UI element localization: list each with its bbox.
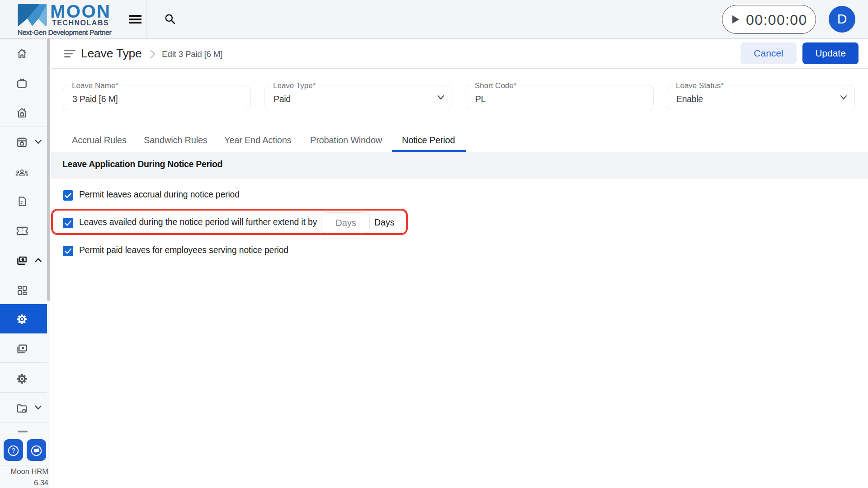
svg-text:?: ? (11, 447, 15, 454)
